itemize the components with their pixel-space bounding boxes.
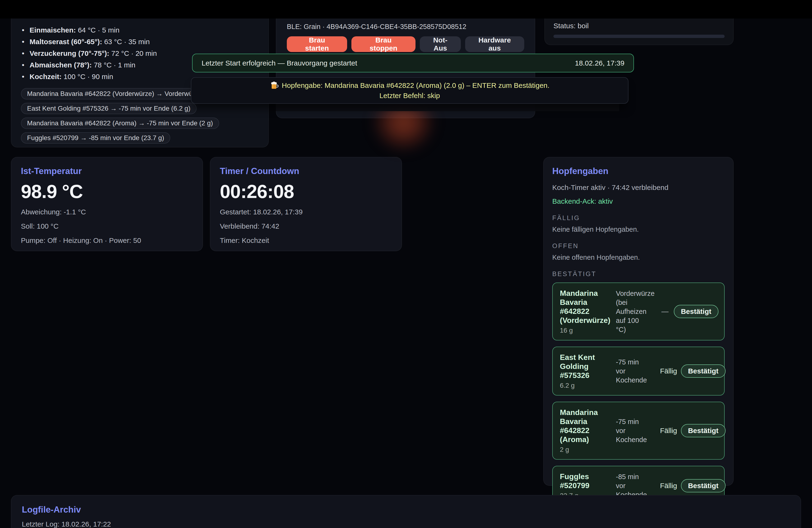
section-due-label: FÄLLIG: [552, 215, 725, 222]
confirmed-hop-list: Mandarina Bavaria #642822 (Vorderwürze) …: [552, 282, 725, 506]
mash-step-value: 63 °C · 35 min: [104, 38, 150, 46]
hop-chip: Fuggles #520799 → -85 min vor Ende (23.7…: [21, 132, 170, 144]
hop-card: Mandarina Bavaria #642822 (Aroma) 2 g -7…: [552, 402, 725, 460]
hop-status: Fällig: [660, 367, 677, 375]
top-black-bar: [0, 0, 812, 18]
mash-step-label: Maltoserast (60°-65°):: [30, 38, 102, 46]
mash-step-label: Abmaischen (78°):: [30, 61, 92, 69]
hop-chip: Mandarina Bavaria #642822 (Aroma) → -75 …: [21, 118, 219, 129]
status-card: Status: boil: [545, 18, 734, 45]
confirm-hop-button[interactable]: Bestätigt: [674, 305, 719, 318]
hop-status: Fällig: [660, 482, 677, 490]
mash-step-label: Kochzeit:: [30, 73, 62, 80]
hop-status: —: [660, 307, 670, 316]
hop-schedule: -75 min vor Kochende: [616, 357, 656, 385]
timer-remaining: Verbleibend: 74:42: [220, 221, 392, 231]
hop-name: Fuggles #520799: [560, 472, 612, 490]
section-open-label: OFFEN: [552, 243, 725, 250]
emergency-stop-button[interactable]: Not-Aus: [420, 36, 461, 52]
timer-started: Gestartet: 18.02.26, 17:39: [220, 207, 392, 217]
hop-name: Mandarina Bavaria #642822 (Vorderwürze): [560, 289, 612, 325]
temp-card-details: Abweichung: -1.1 °C Soll: 100 °C Pumpe: …: [21, 207, 193, 245]
logfile-title: Logfile-Archiv: [22, 504, 790, 515]
mash-step-value: 78 °C · 1 min: [94, 61, 135, 69]
timer-card-title: Timer / Countdown: [220, 166, 392, 176]
confirm-hop-button[interactable]: Bestätigt: [681, 479, 726, 493]
brew-control-buttons: Brau starten Brau stoppen Not-Aus Hardwa…: [287, 36, 524, 52]
countdown-value: 00:26:08: [220, 181, 392, 203]
mash-step-list: Einmaischen: 64 °C · 5 min Maltoserast (…: [21, 24, 259, 83]
mash-step: Einmaischen: 64 °C · 5 min: [21, 24, 259, 36]
mash-step-label: Einmaischen:: [30, 26, 76, 34]
success-toast: Letzter Start erfolgreich — Brauvorgang …: [192, 54, 634, 72]
backend-ack-status: Backend-Ack: aktiv: [552, 197, 725, 205]
hop-status: Fällig: [660, 427, 677, 435]
status-progress-bar: [553, 35, 725, 38]
mash-step-label: Verzuckerung (70°-75°):: [30, 49, 110, 57]
hops-panel-title: Hopfengaben: [552, 166, 725, 176]
hop-card-name-cell: Mandarina Bavaria #642822 (Vorderwürze) …: [560, 289, 612, 334]
toast-message: Letzter Start erfolgreich — Brauvorgang …: [202, 59, 357, 67]
hop-addition-prompt: Hopfengabe: Mandarina Bavaria #642822 (A…: [191, 77, 628, 104]
actual-temperature-value: 98.9 °C: [21, 181, 193, 203]
hop-chip: East Kent Golding #575326 → -75 min vor …: [21, 103, 197, 114]
hop-card: East Kent Golding #575326 6.2 g -75 min …: [552, 347, 725, 396]
pump-heater-power-status: Pumpe: Off · Heizung: On · Power: 50: [21, 236, 193, 245]
hop-amount: 6.2 g: [560, 382, 612, 390]
temp-target: Soll: 100 °C: [21, 221, 193, 231]
hop-amount: 16 g: [560, 327, 612, 334]
hop-amount: 2 g: [560, 446, 612, 453]
hop-additions-panel: Hopfengaben Koch-Timer aktiv · 74:42 ver…: [543, 157, 734, 486]
toast-timestamp: 18.02.26, 17:39: [575, 59, 624, 67]
ble-connection-status: BLE: Grain · 4B94A369-C146-CBE4-35BB-258…: [287, 23, 524, 31]
hardware-off-button[interactable]: Hardware aus: [465, 36, 524, 52]
hop-card-name-cell: Mandarina Bavaria #642822 (Aroma) 2 g: [560, 408, 612, 453]
timer-card: Timer / Countdown 00:26:08 Gestartet: 18…: [210, 157, 402, 251]
status-text: Status: boil: [553, 22, 725, 30]
actual-temperature-card: Ist-Temperatur 98.9 °C Abweichung: -1.1 …: [11, 157, 203, 251]
confirm-hop-button[interactable]: Bestätigt: [681, 424, 726, 437]
mash-step: Maltoserast (60°-65°): 63 °C · 35 min: [21, 36, 259, 47]
boil-timer-status: Koch-Timer aktiv · 74:42 verbleibend: [552, 184, 725, 192]
hop-schedule: Vorderwürze (bei Aufheizen auf 100 °C): [616, 289, 656, 334]
overlay-backdrop: [276, 104, 619, 111]
temp-deviation: Abweichung: -1.1 °C: [21, 207, 193, 217]
timer-name: Timer: Kochzeit: [220, 236, 392, 245]
hop-card-name-cell: East Kent Golding #575326 6.2 g: [560, 353, 612, 390]
section-due-empty: Keine fälligen Hopfengaben.: [552, 225, 725, 233]
hop-name: Mandarina Bavaria #642822 (Aroma): [560, 408, 612, 444]
confirm-hop-button[interactable]: Bestätigt: [681, 364, 726, 378]
mash-step-value: 100 °C · 90 min: [64, 73, 113, 80]
hop-card: Mandarina Bavaria #642822 (Vorderwürze) …: [552, 282, 725, 340]
hop-name: East Kent Golding #575326: [560, 353, 612, 380]
hop-schedule: -75 min vor Kochende: [616, 417, 656, 444]
timer-card-details: Gestartet: 18.02.26, 17:39 Verbleibend: …: [220, 207, 392, 245]
last-command-line: Letzter Befehl: skip: [379, 92, 440, 100]
hop-prompt-line: Hopfengabe: Mandarina Bavaria #642822 (A…: [270, 81, 549, 90]
last-log-line: Letzter Log: 18.02.26, 17:22: [22, 520, 790, 528]
temp-card-title: Ist-Temperatur: [21, 166, 193, 176]
hop-prompt-message: Hopfengabe: Mandarina Bavaria #642822 (A…: [282, 82, 549, 89]
beer-mug-icon: [270, 81, 278, 90]
logfile-archive-card: Logfile-Archiv Letzter Log: 18.02.26, 17…: [11, 495, 801, 528]
mash-step-value: 64 °C · 5 min: [78, 26, 119, 34]
brew-start-button[interactable]: Brau starten: [287, 36, 347, 52]
brew-stop-button[interactable]: Brau stoppen: [351, 36, 416, 52]
mash-step-value: 72 °C · 20 min: [111, 49, 157, 57]
section-confirmed-label: BESTÄTIGT: [552, 270, 725, 278]
section-open-empty: Keine offenen Hopfengaben.: [552, 253, 725, 261]
